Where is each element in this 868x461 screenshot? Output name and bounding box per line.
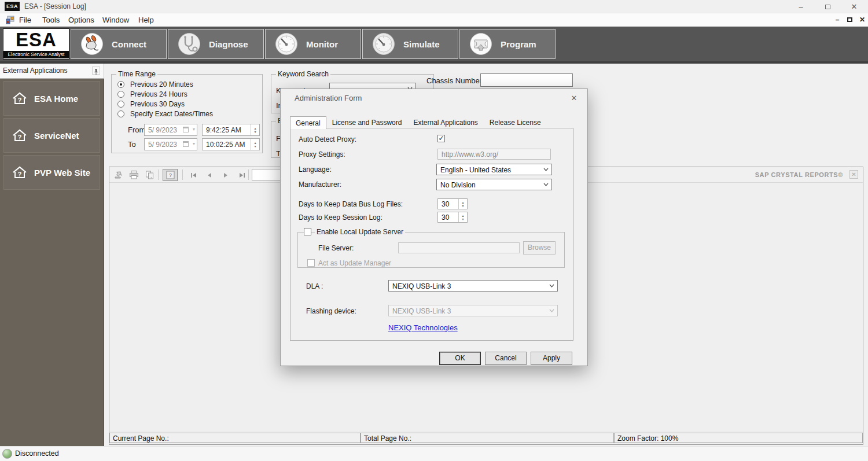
menu-window[interactable]: Window bbox=[99, 13, 133, 27]
menu-bar: File Tools Options Window Help – ✕ bbox=[0, 13, 868, 27]
spinner-arrows-icon[interactable]: ▴▾ bbox=[251, 139, 259, 150]
days-session-value: 30 bbox=[442, 213, 449, 222]
copy-pages-icon[interactable] bbox=[143, 169, 157, 181]
ok-button[interactable]: OK bbox=[439, 352, 481, 365]
administration-form-dialog: Administration Form ✕ General License an… bbox=[280, 88, 588, 366]
radio-label[interactable]: Previous 30 Days bbox=[130, 100, 185, 108]
minimize-button[interactable]: – bbox=[789, 0, 812, 13]
nexiq-technologies-link[interactable]: NEXIQ Technologies bbox=[388, 323, 458, 332]
maximize-button[interactable] bbox=[816, 0, 839, 13]
restore-icon bbox=[825, 5, 830, 9]
monitor-button[interactable]: Monitor bbox=[265, 29, 361, 59]
next-page-icon[interactable] bbox=[219, 169, 233, 181]
mdi-minimize-button[interactable]: – bbox=[832, 15, 843, 25]
dialog-tabs: General License and Password External Ap… bbox=[290, 116, 547, 128]
radio-label[interactable]: Specify Exact Dates/Times bbox=[130, 110, 213, 118]
diagnose-button[interactable]: Diagnose bbox=[168, 29, 264, 59]
radio-label[interactable]: Previous 24 Hours bbox=[130, 90, 187, 98]
tab-release-license[interactable]: Release License bbox=[484, 116, 547, 128]
radio-previous-30-days[interactable] bbox=[117, 101, 124, 108]
manufacturer-label: Manufacturer: bbox=[299, 180, 341, 189]
chevron-down-icon: ▾ bbox=[193, 141, 195, 146]
radio-previous-24-hours[interactable] bbox=[117, 91, 124, 98]
menu-help[interactable]: Help bbox=[135, 13, 157, 27]
tab-external-applications[interactable]: External Applications bbox=[407, 116, 483, 128]
menu-file[interactable]: File bbox=[16, 13, 35, 27]
toggle-group-tree-button[interactable]: ? bbox=[163, 169, 178, 181]
program-button[interactable]: Program bbox=[459, 29, 556, 59]
flashing-device-dropdown: NEXIQ USB-Link 3 bbox=[388, 305, 558, 316]
first-page-icon[interactable] bbox=[186, 169, 200, 181]
days-databus-value: 30 bbox=[442, 200, 449, 208]
home-icon: ? bbox=[12, 165, 27, 179]
days-databus-label: Days to Keep Data Bus Log Files: bbox=[299, 200, 403, 208]
print-icon[interactable] bbox=[127, 169, 141, 181]
external-applications-panel: ? ESA Home ? ServiceNet ? PVP Web Site bbox=[0, 79, 104, 446]
flashing-device-value: NEXIQ USB-Link 3 bbox=[392, 307, 451, 315]
previous-page-icon[interactable] bbox=[203, 169, 216, 181]
auto-detect-proxy-checkbox[interactable]: ✓ bbox=[437, 135, 445, 142]
toolbar-separator bbox=[158, 169, 159, 180]
chevron-down-icon bbox=[543, 168, 549, 171]
current-page-status: Current Page No.: bbox=[109, 433, 361, 443]
program-label: Program bbox=[501, 39, 536, 49]
chevron-down-icon bbox=[549, 309, 554, 312]
spinner-arrows-icon[interactable]: ▴▾ bbox=[458, 212, 467, 222]
to-time-spinner[interactable]: 10:02:25 AM ▴▾ bbox=[202, 138, 260, 150]
sidebar-item-esa-home[interactable]: ? ESA Home bbox=[3, 81, 100, 116]
chassis-number-input[interactable] bbox=[480, 73, 573, 87]
apply-button[interactable]: Apply bbox=[531, 352, 572, 365]
pin-icon[interactable] bbox=[92, 67, 100, 75]
spinner-arrows-icon[interactable]: ▴▾ bbox=[458, 199, 467, 209]
gauge-icon bbox=[372, 32, 395, 56]
flashing-device-label: Flashing device: bbox=[306, 307, 356, 315]
menu-tools[interactable]: Tools bbox=[39, 13, 63, 27]
sidebar-header: External Applications bbox=[0, 64, 104, 79]
radio-label[interactable]: Previous 20 Minutes bbox=[130, 80, 193, 88]
radio-specify-exact-dates[interactable] bbox=[117, 110, 124, 117]
simulate-button[interactable]: Simulate bbox=[362, 29, 458, 59]
esa-logo-subtext: Electronic Service Analyst bbox=[3, 51, 69, 58]
language-dropdown[interactable]: English - United States bbox=[436, 164, 552, 175]
enable-local-update-label[interactable]: Enable Local Update Server bbox=[315, 228, 405, 236]
radio-previous-20-minutes[interactable] bbox=[117, 81, 124, 88]
from-date-picker[interactable]: 5/ 9/2023 ▾ bbox=[144, 124, 197, 136]
mdi-close-button[interactable]: ✕ bbox=[857, 15, 867, 25]
to-time-value: 10:02:25 AM bbox=[206, 141, 245, 149]
enable-local-update-checkbox[interactable] bbox=[304, 228, 311, 235]
esa-logo-text: ESA bbox=[3, 29, 69, 51]
from-date-value: 5/ 9/2023 bbox=[148, 126, 177, 134]
manufacturer-dropdown[interactable]: No Division bbox=[436, 179, 552, 190]
from-time-spinner[interactable]: 9:42:25 AM ▴▾ bbox=[202, 124, 260, 136]
status-bar: Disconnected bbox=[0, 446, 868, 461]
manufacturer-value: No Division bbox=[440, 181, 476, 189]
mdi-restore-icon bbox=[847, 17, 852, 22]
report-close-icon[interactable]: ✕ bbox=[849, 170, 858, 179]
mdi-restore-button[interactable] bbox=[844, 15, 855, 25]
proxy-settings-field: http://www.w3.org/ bbox=[437, 149, 551, 160]
dla-dropdown[interactable]: NEXIQ USB-Link 3 bbox=[388, 280, 558, 292]
sidebar-item-servicenet[interactable]: ? ServiceNet bbox=[3, 118, 100, 153]
svg-text:?: ? bbox=[168, 172, 171, 178]
close-button[interactable]: ✕ bbox=[843, 0, 866, 13]
export-icon[interactable] bbox=[112, 169, 126, 181]
dialog-close-button[interactable]: ✕ bbox=[569, 93, 579, 104]
tab-license-and-password[interactable]: License and Password bbox=[326, 116, 408, 128]
window-title: ESA - [Session Log] bbox=[24, 2, 86, 10]
sidebar-item-pvp-web-site[interactable]: ? PVP Web Site bbox=[3, 155, 100, 190]
last-page-icon[interactable] bbox=[235, 169, 249, 181]
title-bar: ESA ESA - [Session Log] – ✕ bbox=[0, 0, 868, 13]
cancel-button[interactable]: Cancel bbox=[485, 352, 527, 365]
days-session-spinner[interactable]: 30 ▴▾ bbox=[437, 212, 468, 223]
spinner-arrows-icon[interactable]: ▴▾ bbox=[251, 124, 259, 135]
days-databus-spinner[interactable]: 30 ▴▾ bbox=[437, 198, 468, 209]
browse-button[interactable]: Browse bbox=[523, 241, 556, 255]
file-server-field bbox=[398, 242, 520, 253]
connect-button[interactable]: Connect bbox=[71, 29, 167, 59]
connect-label: Connect bbox=[112, 39, 146, 49]
menu-options[interactable]: Options bbox=[65, 13, 98, 27]
module-upload-icon bbox=[469, 32, 492, 56]
to-date-picker[interactable]: 5/ 9/2023 ▾ bbox=[144, 138, 197, 150]
calendar-icon bbox=[183, 141, 189, 147]
tab-general[interactable]: General bbox=[290, 116, 326, 129]
